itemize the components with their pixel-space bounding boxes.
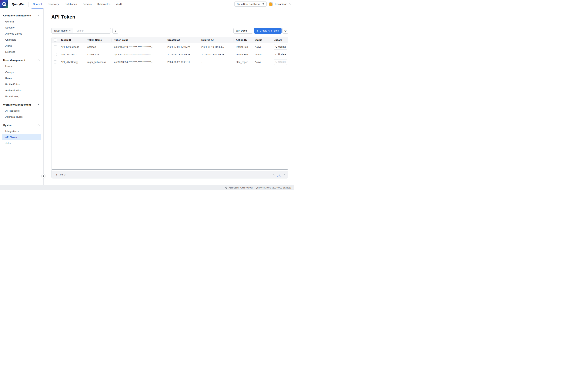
user-menu-chevron-down-icon[interactable]	[289, 3, 291, 5]
column-header-update[interactable]: Update	[271, 37, 288, 43]
sidebar-section-header[interactable]: User Management	[0, 57, 43, 63]
select-all-checkbox[interactable]	[54, 38, 57, 41]
sidebar-section-company-management: Company Management General Security	[0, 13, 43, 55]
sidebar-item[interactable]: Users	[2, 63, 41, 69]
toolbar-left: Token Name	[51, 28, 118, 34]
cell-created-at: 2024-07-01 17:15:24	[165, 43, 199, 51]
row-checkbox[interactable]	[54, 45, 57, 48]
filter-button[interactable]	[112, 28, 118, 34]
previous-page-button[interactable]	[273, 173, 275, 176]
sidebar-item[interactable]: Integrations	[2, 128, 41, 134]
top-nav-tabs: General Discovery Databases Servers Kube…	[33, 0, 122, 8]
sidebar-item[interactable]: Roles	[2, 75, 41, 81]
top-nav-bar: QueryPie General Discovery Databases Ser…	[0, 0, 294, 8]
top-nav-tab[interactable]: General	[33, 0, 42, 8]
update-button[interactable]: ↻ Update	[274, 52, 287, 57]
sidebar-item[interactable]: Profile Editor	[2, 81, 41, 87]
api-docs-label: API Docs	[236, 29, 247, 32]
timezone-indicator[interactable]: Asia/Seoul (GMT+09:00)	[225, 186, 253, 189]
sidebar-item[interactable]: Approval Rules	[2, 114, 41, 120]
top-nav-tab[interactable]: Kubernetes	[97, 0, 110, 8]
sidebar-item[interactable]: General	[2, 19, 41, 25]
search-field-select[interactable]: Token Name	[51, 28, 73, 34]
topbar-right: Go to User Dashboard Keira Yoon	[234, 1, 294, 7]
chevron-down-icon	[249, 30, 250, 31]
main-content: API Token Token Name	[44, 8, 294, 185]
column-header-token-value[interactable]: Token Value	[111, 37, 165, 43]
sidebar-section-title: User Management	[3, 59, 25, 62]
user-name: Keira Yoon	[275, 3, 287, 5]
refresh-table-button[interactable]: ↻	[283, 28, 288, 34]
sidebar-item[interactable]: Allowed Zones	[2, 31, 41, 37]
top-nav-tab-label: Databases	[65, 3, 77, 5]
column-header-token-id[interactable]: Token ID	[58, 37, 85, 43]
sidebar-item[interactable]: Authentication	[2, 87, 41, 93]
top-nav-tab[interactable]: Discovery	[48, 0, 59, 8]
sidebar-item[interactable]: Alerts	[2, 43, 41, 49]
querypie-logo-icon	[1, 1, 7, 7]
sidebar-section-title: Company Management	[3, 14, 31, 17]
chevron-left-icon	[43, 175, 44, 177]
row-checkbox[interactable]	[54, 60, 57, 63]
sidebar-item[interactable]: API Token	[2, 134, 41, 140]
sidebar-item-label: Security	[5, 26, 15, 29]
cell-expired-at: -	[199, 58, 233, 66]
api-docs-button[interactable]: API Docs	[233, 28, 253, 34]
update-button[interactable]: ↻ Update	[274, 44, 287, 50]
go-to-user-dashboard-button[interactable]: Go to User Dashboard	[234, 1, 267, 7]
sidebar-item-list: General Security Allowed Zones Channels	[0, 19, 43, 55]
column-header-status[interactable]: Status	[252, 37, 271, 43]
next-page-button[interactable]	[284, 173, 285, 176]
user-avatar[interactable]	[269, 2, 273, 6]
column-header-created-at[interactable]: Created At	[165, 37, 199, 43]
top-nav-tab[interactable]: Databases	[65, 0, 77, 8]
cell-action-by: Daniel Son	[233, 51, 252, 58]
top-nav-tab[interactable]: Servers	[83, 0, 92, 8]
version-text: QueryPie 10.0.0 (20240722-182828)	[256, 187, 291, 189]
top-nav-tab[interactable]: Audit	[116, 0, 122, 8]
chevron-up-icon	[37, 124, 40, 126]
cell-status: Active	[252, 58, 271, 66]
sidebar-item[interactable]: Groups	[2, 69, 41, 75]
sidebar-item[interactable]: Security	[2, 25, 41, 31]
cell-created-at: 2024-06-27 00:21:11	[165, 58, 199, 66]
sidebar-section-header[interactable]: Company Management	[0, 13, 43, 19]
table-header-row: Token ID Token Name Token Value Created …	[52, 37, 288, 43]
sidebar: Company Management General Security	[0, 8, 44, 185]
update-button[interactable]: ↻ Update	[274, 59, 287, 65]
sidebar-section-header[interactable]: Workflow Management	[0, 102, 43, 108]
column-header-token-name[interactable]: Token Name	[85, 37, 111, 43]
table-empty-area	[52, 66, 288, 169]
sidebar-item-label: Allowed Zones	[5, 32, 22, 35]
column-header-expired-at[interactable]: Expired At	[199, 37, 233, 43]
api-token-table: Token ID Token Name Token Value Created …	[52, 37, 288, 66]
sidebar-section-header[interactable]: System	[0, 122, 43, 128]
sidebar-section-user-management: User Management Users Groups Rol	[0, 57, 43, 99]
sidebar-item[interactable]: Channels	[2, 37, 41, 43]
top-nav-tab-label: Discovery	[48, 3, 59, 5]
search-input[interactable]	[76, 29, 110, 32]
sidebar-item[interactable]: All Requests	[2, 108, 41, 114]
sidebar-item-label: Roles	[5, 77, 12, 80]
api-token-table-card: Token ID Token Name Token Value Created …	[51, 37, 288, 178]
horizontal-scrollbar[interactable]	[52, 169, 287, 170]
sidebar-collapse-button[interactable]	[41, 174, 45, 178]
chevron-down-icon	[69, 30, 71, 31]
sidebar-item[interactable]: Provisioning	[2, 93, 41, 99]
sidebar-item-label: Channels	[5, 38, 16, 41]
sidebar-item-list: All Requests Approval Rules	[0, 108, 43, 120]
sidebar-section-title: System	[3, 124, 12, 127]
top-nav-tab-label: General	[33, 3, 42, 5]
sidebar-item-list: Users Groups Roles Profile Editor	[0, 63, 43, 99]
create-api-token-button[interactable]: + Create API Token	[254, 28, 282, 34]
sidebar-item[interactable]: Licenses	[2, 49, 41, 55]
cell-status: Active	[252, 43, 271, 51]
avatar-smiley-icon	[269, 2, 272, 6]
column-header-action-by[interactable]: Action By	[233, 37, 252, 43]
sidebar-item-label: Provisioning	[5, 95, 19, 98]
page-number-button[interactable]: 1	[277, 173, 281, 177]
row-checkbox[interactable]	[54, 53, 57, 56]
cell-created-at: 2024-06-28 09:49:23	[165, 51, 199, 58]
sidebar-item[interactable]: Jobs	[2, 140, 41, 146]
go-to-user-dashboard-label: Go to User Dashboard	[237, 3, 260, 5]
